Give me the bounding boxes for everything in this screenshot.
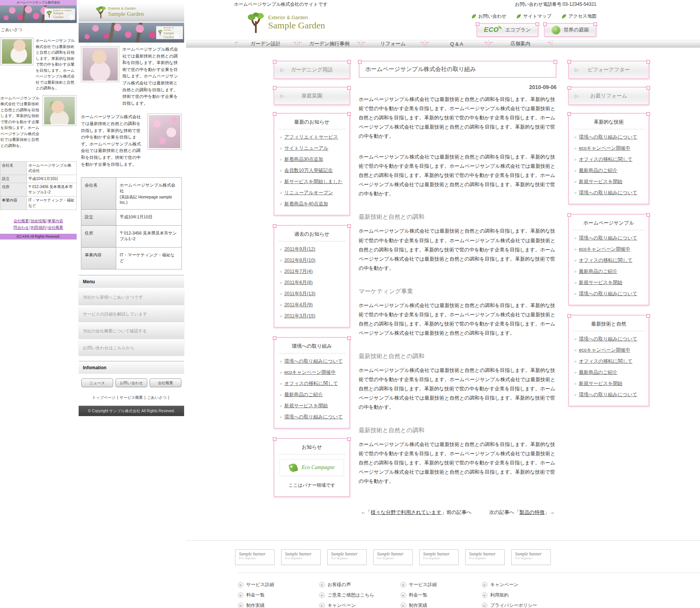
sidebar-link[interactable]: サイトリニューアル — [284, 145, 328, 152]
utility-link-label: お問い合わせ — [478, 13, 506, 20]
sidebar-link[interactable]: ecoキャンペーン開催中 — [579, 145, 630, 152]
sample-banner[interactable]: Sample banner For beginner — [373, 549, 413, 565]
world-garden-button[interactable]: 世界の庭園 — [544, 23, 596, 37]
footer-link[interactable]: サービス概要 — [120, 395, 143, 400]
banner-label: Sample banner — [469, 552, 501, 556]
archive-link[interactable]: 2011年6月(8) — [284, 279, 313, 286]
footer-link[interactable]: 利用規約 — [490, 592, 509, 598]
double-arrow-icon: » — [574, 392, 576, 397]
archive-link[interactable]: 2011年8月(10) — [284, 257, 315, 264]
info-button[interactable]: お問い合わせ — [115, 378, 147, 387]
menu-item[interactable]: サービスの詳細を解説しています — [79, 306, 184, 322]
footer-link[interactable]: 事業内容 — [48, 219, 63, 223]
sidebar-link[interactable]: 環境への取り組みについて — [579, 336, 637, 342]
garden-reform-button[interactable]: ▷お庭リフォーム — [568, 87, 649, 105]
eco-plan-button[interactable]: ECO エコプラン — [476, 23, 539, 37]
sidebar-link[interactable]: ecoキャンペーン開催中 — [579, 246, 630, 253]
utility-link[interactable]: お問い合わせ — [471, 13, 506, 20]
sidebar-link[interactable]: 新着商品30点追加 — [284, 156, 323, 163]
sidebar-link[interactable]: 新サービスを開始しました — [284, 178, 343, 185]
footer-link[interactable]: お客様の声 — [328, 582, 351, 588]
footer-link[interactable]: サービス詳細 — [246, 582, 274, 588]
footer-link[interactable]: 問合わせ — [13, 225, 29, 230]
sidebar-link[interactable]: ecoキャンペーン開催中 — [579, 347, 630, 354]
sidebar-link[interactable]: 新規サービスを開始 — [579, 380, 623, 387]
sidebar-link[interactable]: 会員数10万人突破記念 — [284, 167, 333, 174]
sidebar-link[interactable]: 新規サービスを開始 — [284, 403, 328, 409]
sidebar-link[interactable]: 環境への取り組みについて — [579, 291, 637, 297]
sidebar-link[interactable]: 最新商品のご紹介 — [284, 392, 323, 398]
nav-item[interactable]: 店舗案内 — [489, 40, 552, 47]
before-after-button[interactable]: ▷ビフォーアフター — [568, 61, 649, 79]
sidebar-link[interactable]: 新規サービスを開始 — [579, 178, 623, 185]
sample-banner[interactable]: Sample banner For beginner — [511, 549, 551, 565]
nav-item[interactable]: Q & A — [425, 40, 489, 47]
archive-link[interactable]: 2011年5月(13) — [284, 291, 315, 297]
sidebar-link[interactable]: オフィスの移転に関して — [579, 156, 632, 163]
footer-link[interactable]: ご意見ご感想はこちら — [328, 592, 374, 598]
home-garden-button[interactable]: ▷家庭菜園 — [273, 87, 350, 105]
sample-banner[interactable]: Sample banner For beginner — [235, 549, 275, 565]
sidebar-link[interactable]: アフィリエイトサービス — [284, 134, 338, 140]
sample-banner[interactable]: Sample banner For beginner — [327, 549, 367, 565]
utility-link[interactable]: アクセス地図 — [562, 13, 596, 20]
gardening-terms-button[interactable]: ▷ガーデニング用語 — [273, 61, 350, 79]
sidebar-link[interactable]: 最新商品のご紹介 — [579, 369, 618, 376]
info-button[interactable]: 会社概要 — [150, 378, 181, 387]
menu-item[interactable]: お問い合わせはこちらから — [79, 340, 184, 355]
archive-link[interactable]: 2011年7月(4) — [284, 268, 313, 275]
utility-link[interactable]: サイトマップ — [516, 13, 552, 20]
next-article-link[interactable]: 製品の特徴 — [519, 509, 544, 515]
footer-link[interactable]: 料金一覧 — [246, 592, 265, 598]
footer-link[interactable]: ごあいさつ — [147, 395, 166, 400]
archive-link[interactable]: 2011年9月(12) — [284, 246, 315, 253]
sidebar-link[interactable]: 環境への取り組みについて — [284, 358, 343, 365]
nav-item[interactable]: リフォーム — [361, 40, 425, 47]
archive-link[interactable]: 2011年3月(15) — [284, 313, 315, 319]
footer-link[interactable]: 制作実績 — [409, 602, 427, 608]
mobile-preview-panel: ホームページサンプル株式会社 Exterior & Garden Sample … — [0, 0, 77, 240]
sample-banner[interactable]: Sample banner For beginner — [419, 549, 459, 565]
footer-link[interactable]: 利用規約 — [31, 225, 46, 230]
sample-banner[interactable]: Sample banner For beginner — [465, 549, 505, 565]
sidebar-link[interactable]: 最新商品のご紹介 — [579, 167, 618, 174]
footer-link[interactable]: トップページ — [92, 395, 115, 400]
menu-item[interactable]: 当社の会社概要について確認する — [79, 323, 184, 339]
list-item: »オフィスの移転に関して — [574, 257, 643, 264]
footer-link[interactable]: プライバシーポリシー — [490, 602, 537, 608]
sidebar-link[interactable]: 環境への取り組みについて — [284, 414, 343, 420]
footer-link[interactable]: 技術情報 — [31, 219, 46, 223]
footer-link[interactable]: 会社概要 — [13, 219, 29, 223]
sidebar-link[interactable]: オフィスの移転に関して — [579, 358, 632, 365]
nav-item[interactable]: ガーデン施行事例 — [298, 40, 361, 47]
prev-article-link[interactable]: 様々な分野で利用されています — [371, 509, 441, 515]
nav-item[interactable]: ガーデン設計 — [234, 40, 298, 47]
banner-sublabel: For beginner — [469, 556, 501, 560]
footer-link[interactable]: サービス詳細 — [409, 582, 437, 588]
footer-link[interactable]: 制作実績 — [246, 602, 265, 608]
footer-link[interactable]: 会社概要 — [48, 225, 63, 230]
site-logo[interactable]: Exterior & Garden Sample Garden — [247, 12, 325, 33]
sidebar-link[interactable]: オフィスの移転に関して — [284, 380, 338, 387]
sidebar-link[interactable]: 環境への取り組みについて — [579, 190, 637, 196]
sidebar-link[interactable]: 環境への取り組みについて — [579, 235, 637, 241]
sidebar-link[interactable]: ecoキャンペーン開催中 — [284, 369, 336, 376]
footer-link[interactable]: キャンペーン — [328, 602, 356, 608]
banner-sublabel: For beginner — [423, 556, 455, 560]
banner-sublabel: For beginner — [239, 556, 271, 560]
footer-link[interactable]: キャンペーン — [490, 582, 518, 588]
eco-campaign-banner[interactable]: Eco Campagne — [280, 459, 344, 476]
sidebar-link[interactable]: 環境への取り組みについて — [579, 134, 637, 140]
footer-link[interactable]: 料金一覧 — [409, 592, 427, 598]
sidebar-link[interactable]: 最新商品のご紹介 — [579, 268, 618, 275]
sidebar-link[interactable]: 新着商品を40点追加 — [284, 201, 328, 207]
content-row: ホームページサンプル株式会社では最新技術と自然との調和を目指します。革新的な技術… — [0, 93, 77, 151]
sample-banner[interactable]: Sample banner For beginner — [281, 549, 321, 565]
sidebar-link[interactable]: オフィスの移転に関して — [579, 257, 632, 264]
info-button[interactable]: ニュース — [81, 378, 113, 387]
sidebar-link[interactable]: リニューアルオープン — [284, 190, 333, 196]
sidebar-link[interactable]: 新規サービスを開始 — [579, 279, 623, 286]
sidebar-link[interactable]: 環境への取り組みについて — [579, 392, 637, 398]
menu-item[interactable]: 当社から皆様へごあいさつです — [79, 289, 184, 305]
archive-link[interactable]: 2011年4月(9) — [284, 302, 313, 308]
